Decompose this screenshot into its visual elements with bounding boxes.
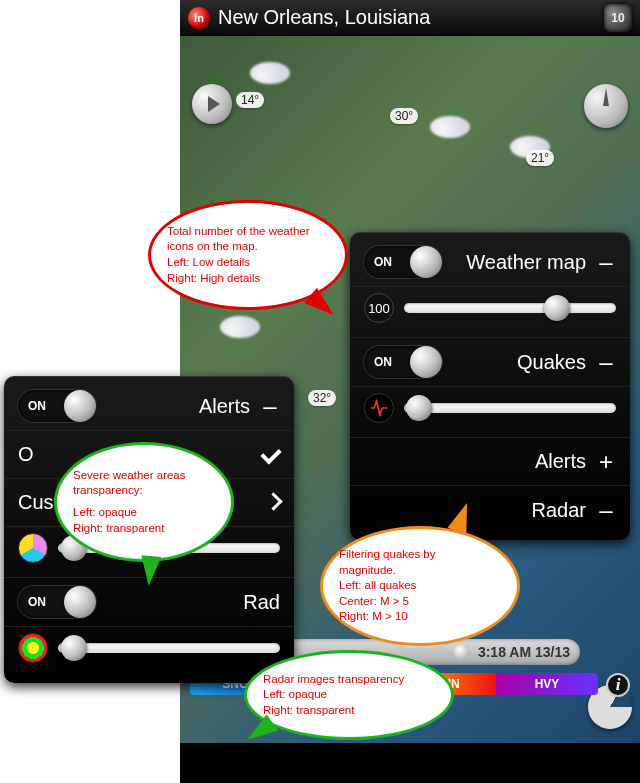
timeline-label: 3:18 AM 13/13 bbox=[478, 644, 570, 660]
radar-row-label: Rad bbox=[96, 591, 280, 614]
alerts-expand[interactable]: + bbox=[596, 448, 616, 476]
cloud-icon bbox=[430, 116, 470, 138]
app-logo-icon[interactable]: in bbox=[188, 7, 210, 29]
play-button[interactable] bbox=[192, 84, 232, 124]
layer-row-radar[interactable]: Radar – bbox=[350, 486, 630, 534]
quakes-collapse[interactable]: – bbox=[596, 348, 616, 376]
weather-label: Weather map bbox=[442, 251, 586, 274]
quakes-slider-row bbox=[350, 387, 630, 438]
callout-quakes-filter: Filtering quakes by magnitude. Left: all… bbox=[320, 526, 520, 646]
weather-toggle[interactable] bbox=[364, 246, 442, 278]
quakes-toggle[interactable] bbox=[364, 346, 442, 378]
cloud-icon bbox=[220, 316, 260, 338]
weather-collapse[interactable]: – bbox=[596, 248, 616, 276]
cloud-icon bbox=[250, 62, 290, 84]
radar-slider-row bbox=[4, 627, 294, 677]
alerts-opacity-icon bbox=[18, 533, 48, 563]
timeline-thumb-icon[interactable] bbox=[454, 644, 470, 660]
calendar-badge[interactable]: 10 bbox=[604, 4, 632, 32]
info-button[interactable]: i bbox=[606, 673, 630, 697]
compass-icon[interactable] bbox=[584, 84, 628, 128]
check-icon bbox=[262, 446, 280, 464]
callout-alerts-opacity: Severe weather areas transparency: Left:… bbox=[54, 442, 234, 562]
temp-pin[interactable]: 14° bbox=[236, 92, 264, 108]
layer-row-quakes: Quakes – bbox=[350, 338, 630, 387]
chevron-right-icon bbox=[267, 494, 280, 512]
density-icon: 100 bbox=[364, 293, 394, 323]
location-title[interactable]: New Orleans, Louisiana bbox=[218, 6, 604, 29]
quakes-label: Quakes bbox=[442, 351, 586, 374]
temp-pin[interactable]: 21° bbox=[526, 150, 554, 166]
alerts-toggle[interactable] bbox=[18, 390, 96, 422]
alerts-row-collapse[interactable]: – bbox=[260, 392, 280, 420]
layers-panel: Weather map – 100 Quakes – Alerts + Rada… bbox=[350, 232, 630, 540]
temp-pin[interactable]: 32° bbox=[308, 390, 336, 406]
layer-row-weather: Weather map – bbox=[350, 238, 630, 287]
radar-collapse[interactable]: – bbox=[596, 496, 616, 524]
legend-hvy: HVY bbox=[496, 673, 598, 695]
alerts-row: Alerts – bbox=[4, 382, 294, 431]
weather-density-slider[interactable] bbox=[404, 303, 616, 313]
quakes-magnitude-slider[interactable] bbox=[404, 403, 616, 413]
alerts-label: Alerts bbox=[364, 450, 586, 473]
quake-icon bbox=[364, 393, 394, 423]
weather-slider-row: 100 bbox=[350, 287, 630, 338]
callout-tail bbox=[139, 555, 162, 587]
temp-pin[interactable]: 30° bbox=[390, 108, 418, 124]
alerts-row-label: Alerts bbox=[96, 395, 250, 418]
radar-toggle[interactable] bbox=[18, 586, 96, 618]
radar-opacity-slider[interactable] bbox=[58, 643, 280, 653]
top-bar: in New Orleans, Louisiana 10 bbox=[180, 0, 640, 36]
radar-opacity-icon bbox=[18, 633, 48, 663]
layer-row-alerts[interactable]: Alerts + bbox=[350, 438, 630, 486]
